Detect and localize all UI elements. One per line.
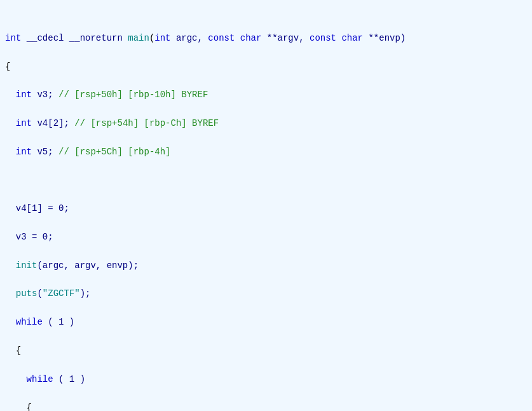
line-13: while ( 1 ) xyxy=(0,372,532,386)
line-14: { xyxy=(0,401,532,411)
line-10: puts("ZGCTF"); xyxy=(0,286,532,300)
code-view: int __cdecl __noreturn main(int argc, co… xyxy=(0,0,532,411)
line-3: int v3; // [rsp+50h] [rbp-10h] BYREF xyxy=(0,88,532,102)
line-5: int v5; // [rsp+5Ch] [rbp-4h] xyxy=(0,145,532,159)
line-9: init(argc, argv, envp); xyxy=(0,259,532,273)
line-6 xyxy=(0,173,532,187)
line-4: int v4[2]; // [rsp+54h] [rbp-Ch] BYREF xyxy=(0,116,532,130)
line-12: { xyxy=(0,344,532,358)
line-2: { xyxy=(0,60,532,74)
line-7: v4[1] = 0; xyxy=(0,201,532,215)
line-8: v3 = 0; xyxy=(0,230,532,244)
line-1: int __cdecl __noreturn main(int argc, co… xyxy=(0,31,532,45)
line-11: while ( 1 ) xyxy=(0,315,532,329)
